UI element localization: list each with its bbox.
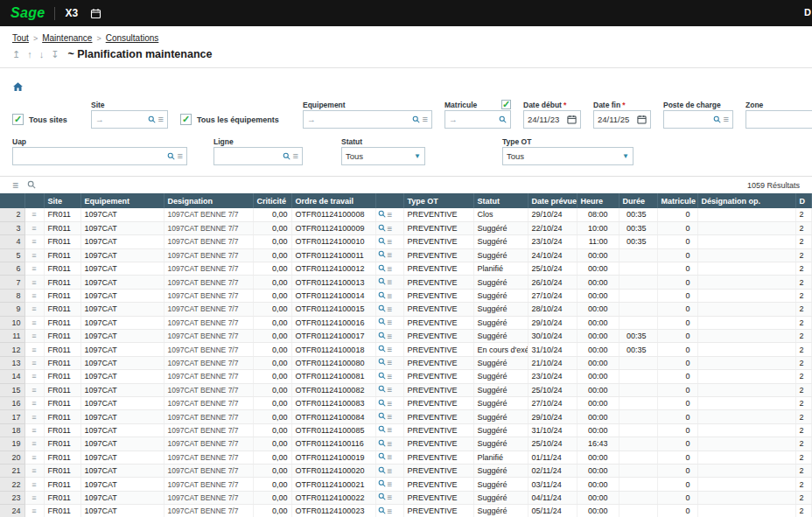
table-row[interactable]: 11≡FR0111097CAT1097CAT BENNE 7/70,00OTFR… bbox=[0, 330, 812, 343]
row-menu-icon[interactable]: ≡ bbox=[32, 304, 36, 313]
row-menu[interactable]: ≡ bbox=[24, 303, 44, 316]
lookup-list-icon[interactable]: ≡ bbox=[293, 151, 298, 161]
zone-input[interactable] bbox=[750, 115, 811, 124]
date-fin-input[interactable] bbox=[598, 115, 637, 124]
detail-list-icon[interactable]: ≡ bbox=[388, 412, 393, 422]
row-menu[interactable]: ≡ bbox=[24, 208, 44, 221]
row-menu[interactable]: ≡ bbox=[24, 248, 44, 262]
row-number[interactable]: 13 bbox=[0, 356, 24, 369]
detail-list-icon[interactable]: ≡ bbox=[388, 385, 393, 395]
row-menu-icon[interactable]: ≡ bbox=[32, 507, 36, 515]
row-number[interactable]: 5 bbox=[0, 248, 24, 262]
table-row[interactable]: 10≡FR0111097CAT1097CAT BENNE 7/70,00OTFR… bbox=[0, 316, 812, 329]
row-number[interactable]: 9 bbox=[0, 303, 24, 316]
row-number[interactable]: 10 bbox=[0, 316, 24, 329]
column-header[interactable] bbox=[24, 193, 44, 208]
lookup-list-icon[interactable]: ≡ bbox=[178, 151, 183, 161]
cell-actions[interactable]: ≡ bbox=[375, 437, 403, 451]
column-header[interactable]: Designation bbox=[164, 193, 253, 208]
cell-actions[interactable]: ≡ bbox=[375, 276, 403, 289]
row-menu[interactable]: ≡ bbox=[24, 451, 44, 464]
search-icon[interactable] bbox=[412, 115, 420, 123]
column-header[interactable]: D bbox=[795, 193, 812, 208]
search-icon[interactable] bbox=[378, 358, 386, 366]
row-number[interactable]: 2 bbox=[0, 208, 24, 221]
home-icon[interactable] bbox=[12, 80, 24, 94]
product-label[interactable]: X3 bbox=[65, 7, 78, 19]
matricule-checkbox[interactable]: ✓ bbox=[501, 100, 511, 109]
first-record-icon[interactable]: ↥ bbox=[12, 50, 20, 59]
table-row[interactable]: 2≡FR0111097CAT1097CAT BENNE 7/70,00OTFR0… bbox=[0, 208, 812, 221]
table-row[interactable]: 14≡FR0111097CAT1097CAT BENNE 7/70,00OTFR… bbox=[0, 370, 812, 383]
search-icon[interactable] bbox=[378, 439, 386, 447]
row-menu[interactable]: ≡ bbox=[24, 505, 44, 517]
search-icon[interactable] bbox=[378, 493, 386, 500]
topbar-right-text[interactable]: D bbox=[804, 7, 811, 17]
detail-list-icon[interactable]: ≡ bbox=[388, 210, 393, 220]
row-menu-icon[interactable]: ≡ bbox=[32, 399, 36, 408]
row-menu[interactable]: ≡ bbox=[24, 410, 44, 423]
row-number[interactable]: 23 bbox=[0, 491, 24, 504]
equipement-input[interactable] bbox=[318, 115, 412, 124]
detail-list-icon[interactable]: ≡ bbox=[388, 466, 393, 476]
search-icon[interactable] bbox=[148, 115, 156, 123]
row-number[interactable]: 14 bbox=[0, 370, 24, 383]
row-number[interactable]: 4 bbox=[0, 235, 24, 248]
cell-actions[interactable]: ≡ bbox=[375, 410, 403, 423]
row-menu-icon[interactable]: ≡ bbox=[32, 359, 36, 367]
search-icon[interactable] bbox=[378, 452, 386, 460]
breadcrumb-link[interactable]: Consultations bbox=[106, 33, 159, 43]
row-number[interactable]: 12 bbox=[0, 343, 24, 356]
detail-list-icon[interactable]: ≡ bbox=[388, 425, 393, 435]
detail-list-icon[interactable]: ≡ bbox=[388, 277, 393, 287]
table-row[interactable]: 13≡FR0111097CAT1097CAT BENNE 7/70,00OTFR… bbox=[0, 356, 812, 369]
calendar-menu-icon[interactable] bbox=[90, 8, 102, 19]
cell-actions[interactable]: ≡ bbox=[375, 356, 403, 369]
detail-list-icon[interactable]: ≡ bbox=[388, 439, 393, 449]
row-number[interactable]: 3 bbox=[0, 221, 24, 234]
row-number[interactable]: 18 bbox=[0, 423, 24, 437]
table-row[interactable]: 23≡FR0111097CAT1097CAT BENNE 7/70,00OTFR… bbox=[0, 491, 812, 504]
type-ot-select[interactable]: Tous ▼ bbox=[502, 147, 634, 165]
column-header[interactable]: Désignation op. bbox=[697, 193, 795, 208]
table-row[interactable]: 17≡FR0111097CAT1097CAT BENNE 7/70,00OTFR… bbox=[0, 410, 812, 423]
row-number[interactable]: 22 bbox=[0, 478, 24, 491]
row-menu[interactable]: ≡ bbox=[24, 221, 44, 234]
row-menu-icon[interactable]: ≡ bbox=[32, 278, 36, 287]
cell-actions[interactable]: ≡ bbox=[375, 343, 403, 356]
search-icon[interactable] bbox=[378, 466, 386, 474]
cell-actions[interactable]: ≡ bbox=[375, 303, 403, 316]
row-number[interactable]: 19 bbox=[0, 437, 24, 451]
row-menu-icon[interactable]: ≡ bbox=[32, 210, 36, 219]
column-header[interactable]: Criticité bbox=[253, 193, 291, 208]
cell-actions[interactable]: ≡ bbox=[375, 235, 403, 248]
cell-actions[interactable]: ≡ bbox=[375, 262, 403, 276]
row-menu[interactable]: ≡ bbox=[24, 464, 44, 477]
search-icon[interactable] bbox=[378, 264, 386, 272]
detail-list-icon[interactable]: ≡ bbox=[388, 304, 393, 314]
row-menu-icon[interactable]: ≡ bbox=[32, 426, 36, 435]
detail-list-icon[interactable]: ≡ bbox=[388, 264, 393, 274]
poste-de-charge-input[interactable] bbox=[668, 115, 713, 124]
row-menu-icon[interactable]: ≡ bbox=[32, 237, 36, 246]
search-icon[interactable] bbox=[378, 210, 386, 218]
row-menu[interactable]: ≡ bbox=[24, 370, 44, 383]
lookup-list-icon[interactable]: ≡ bbox=[724, 115, 729, 124]
row-menu-icon[interactable]: ≡ bbox=[32, 346, 36, 354]
search-icon[interactable] bbox=[378, 250, 386, 258]
row-number[interactable]: 7 bbox=[0, 276, 24, 289]
date-debut-input[interactable] bbox=[528, 115, 567, 124]
table-row[interactable]: 5≡FR0111097CAT1097CAT BENNE 7/70,00OTFR0… bbox=[0, 248, 812, 262]
search-icon[interactable] bbox=[378, 304, 386, 312]
row-menu[interactable]: ≡ bbox=[24, 276, 44, 289]
row-menu[interactable]: ≡ bbox=[24, 423, 44, 437]
breadcrumb-link[interactable]: Maintenance bbox=[42, 33, 92, 43]
cell-actions[interactable]: ≡ bbox=[375, 289, 403, 302]
detail-list-icon[interactable]: ≡ bbox=[388, 332, 393, 341]
table-row[interactable]: 6≡FR0111097CAT1097CAT BENNE 7/70,00OTFR0… bbox=[0, 262, 812, 276]
row-menu[interactable]: ≡ bbox=[24, 437, 44, 451]
column-header[interactable]: Ordre de travail bbox=[291, 193, 375, 208]
row-menu[interactable]: ≡ bbox=[24, 343, 44, 356]
table-row[interactable]: 12≡FR0111097CAT1097CAT BENNE 7/70,00OTFR… bbox=[0, 343, 812, 356]
search-icon[interactable] bbox=[378, 399, 386, 407]
